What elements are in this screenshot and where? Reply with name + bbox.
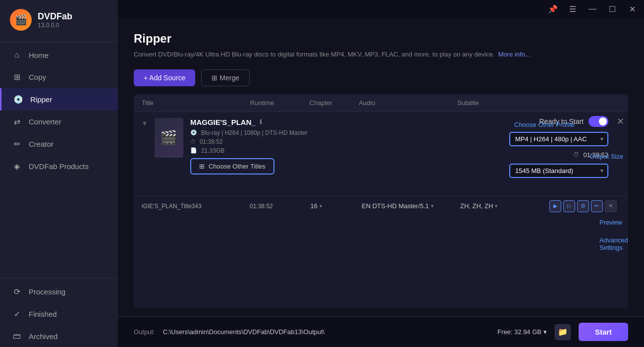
advanced-settings-button[interactable]: ⚙ <box>577 200 589 212</box>
choose-titles-icon: ⊞ <box>199 163 205 170</box>
row-close-button[interactable]: ✕ <box>617 116 624 127</box>
output-path: C:\Users\admin\Documents\DVDFab\DVDFab13… <box>163 328 489 336</box>
minimize-button[interactable]: — <box>587 3 598 15</box>
row-chevron[interactable]: ▼ <box>142 120 148 127</box>
menu-button[interactable]: ☰ <box>567 3 579 15</box>
sidebar-item-archived[interactable]: 🗃 Archived <box>0 325 118 347</box>
ripper-icon: 💿 <box>13 95 23 104</box>
sidebar: 🎬 DVDFab 13.0.0.0 ⌂ Home ⊞ Copy 💿 Ripper… <box>0 0 118 347</box>
home-icon: ⌂ <box>12 51 22 59</box>
sidebar-divider-bottom <box>0 278 118 279</box>
output-size-annotation-row: Output Size 1545 MB (Standard) <box>509 164 608 178</box>
sidebar-item-converter[interactable]: ⇄ Converter <box>0 111 118 133</box>
folder-browse-button[interactable]: 📁 <box>555 324 571 340</box>
content-area: Ripper Convert DVD/Blu-ray/4K Ultra HD B… <box>118 18 644 316</box>
page-description: Convert DVD/Blu-ray/4K Ultra HD Blu-ray … <box>134 50 628 59</box>
sidebar-item-label-processing: Processing <box>29 288 65 296</box>
sidebar-item-ripper[interactable]: 💿 Ripper <box>0 88 118 111</box>
col-header-actions <box>546 99 620 107</box>
sidebar-item-home[interactable]: ⌂ Home <box>0 44 118 66</box>
app-name: DVDFab <box>38 11 72 22</box>
profile-select[interactable]: MP4 | H264 | 480p | AAC <box>509 132 608 146</box>
sidebar-nav: ⌂ Home ⊞ Copy 💿 Ripper ⇄ Converter ✏ Cre… <box>0 44 118 347</box>
logo-text: DVDFab 13.0.0.0 <box>38 11 72 29</box>
info-icon[interactable]: ℹ <box>260 118 262 125</box>
movie-thumbnail: 🎬 <box>155 118 183 158</box>
video-editor-button[interactable]: ✏ <box>591 200 603 212</box>
free-space-arrow: ▾ <box>543 328 547 336</box>
free-space-indicator: Free: 32.94 GB ▾ <box>497 328 547 336</box>
sidebar-item-label-finished: Finished <box>29 310 57 318</box>
file-icon: 📄 <box>190 147 197 154</box>
size-select[interactable]: 1545 MB (Standard) <box>509 164 608 178</box>
preview-button[interactable]: ▶ <box>549 200 561 212</box>
close-button[interactable]: ✕ <box>626 3 638 15</box>
content-table: Title Runtime Chapter Audio Subtitle ▼ 🎬… <box>134 94 628 309</box>
sidebar-item-processing[interactable]: ⟳ Processing <box>0 281 118 303</box>
products-icon: ◈ <box>12 162 22 171</box>
output-bar: Output: C:\Users\admin\Documents\DVDFab\… <box>118 316 644 347</box>
col-header-chapter: Chapter <box>310 99 359 107</box>
merge-label: ⊞ Merge <box>212 74 239 82</box>
archived-icon: 🗃 <box>12 332 22 341</box>
track-row: iGIE'S_PLAN_Title343 01:38:52 16 ▾ EN DT… <box>134 196 628 217</box>
pin-button[interactable]: 📌 <box>547 3 559 15</box>
movie-runtime-text: 01:38:52 <box>200 138 223 145</box>
choose-other-titles-button[interactable]: ⊞ Choose Other Titles <box>190 158 274 174</box>
clock-icon: ⏱ <box>190 139 196 145</box>
sidebar-item-copy[interactable]: ⊞ Copy <box>0 66 118 88</box>
add-source-button[interactable]: + Add Source <box>134 69 195 86</box>
col-header-runtime: Runtime <box>250 99 310 107</box>
output-size-annotation: Output Size <box>590 153 623 160</box>
sidebar-divider-top <box>0 42 118 42</box>
sidebar-item-finished[interactable]: ✓ Finished <box>0 303 118 325</box>
ready-to-start-toggle[interactable] <box>589 116 608 127</box>
creator-icon: ✏ <box>12 139 22 149</box>
track-remove-button[interactable]: ✕ <box>605 200 617 212</box>
sidebar-item-dvdfab-products[interactable]: ◈ DVDFab Products <box>0 155 118 177</box>
add-source-label: + Add Source <box>144 74 185 82</box>
movie-row: ▼ 🎬 MAGGIE'S_PLAN_ ℹ 💿 Blu-ray | H264 | … <box>134 112 628 196</box>
track-subtitle-text: ZH, ZH, ZH <box>460 202 493 210</box>
choose-titles-label: Choose Other Titles <box>209 163 266 170</box>
preview-button-2[interactable]: ▷ <box>563 200 575 212</box>
sidebar-item-label-ripper: Ripper <box>30 95 52 104</box>
maximize-button[interactable]: ☐ <box>606 3 618 15</box>
track-subtitle: ZH, ZH, ZH ▾ <box>460 202 545 210</box>
profile-annotation-row: Choose Other Profile MP4 | H264 | 480p |… <box>509 132 608 146</box>
profile-select-wrapper: MP4 | H264 | 480p | AAC <box>509 132 608 146</box>
sidebar-item-label-converter: Converter <box>29 117 61 126</box>
main-content: 📌 ☰ — ☐ ✕ Ripper Convert DVD/Blu-ray/4K … <box>118 0 644 347</box>
col-header-subtitle: Subtitle <box>457 99 546 107</box>
annotations-area: Preview Advanced Settings Video Editor <box>134 217 628 256</box>
track-actions: ▶ ▷ ⚙ ✏ ✕ <box>549 200 620 212</box>
audio-dropdown-arrow[interactable]: ▾ <box>431 203 433 209</box>
output-label: Output: <box>134 328 155 336</box>
sidebar-item-label-creator: Creator <box>29 140 54 148</box>
size-select-wrapper: 1545 MB (Standard) <box>509 164 608 178</box>
copy-icon: ⊞ <box>12 72 22 82</box>
col-header-audio: Audio <box>359 99 457 107</box>
track-runtime: 01:38:52 <box>250 203 307 210</box>
converter-icon: ⇄ <box>12 117 22 126</box>
sidebar-item-label-copy: Copy <box>29 73 46 81</box>
track-audio: EN DTS-HD Master/5.1 ▾ <box>362 202 456 210</box>
movie-title-text: MAGGIE'S_PLAN_ <box>190 118 256 126</box>
logo-area: 🎬 DVDFab 13.0.0.0 <box>0 0 118 40</box>
preview-annotation: Preview <box>599 219 622 226</box>
sidebar-item-label-products: DVDFab Products <box>29 162 89 171</box>
track-chapter-text: 16 <box>311 202 318 210</box>
sidebar-item-label-home: Home <box>29 51 49 59</box>
app-version: 13.0.0.0 <box>38 22 72 29</box>
more-info-link[interactable]: More info... <box>498 51 531 58</box>
output-clock-icon: ⏱ <box>573 151 579 158</box>
subtitle-dropdown-arrow[interactable]: ▾ <box>495 203 497 209</box>
sidebar-item-creator[interactable]: ✏ Creator <box>0 133 118 155</box>
movie-filesize-text: 21.33GB <box>201 147 224 154</box>
col-header-title: Title <box>142 99 250 107</box>
track-chapter: 16 ▾ <box>311 202 358 210</box>
start-button[interactable]: Start <box>579 323 628 341</box>
merge-button[interactable]: ⊞ Merge <box>201 69 250 86</box>
logo-icon: 🎬 <box>10 9 32 31</box>
chapter-dropdown-arrow[interactable]: ▾ <box>320 203 322 209</box>
